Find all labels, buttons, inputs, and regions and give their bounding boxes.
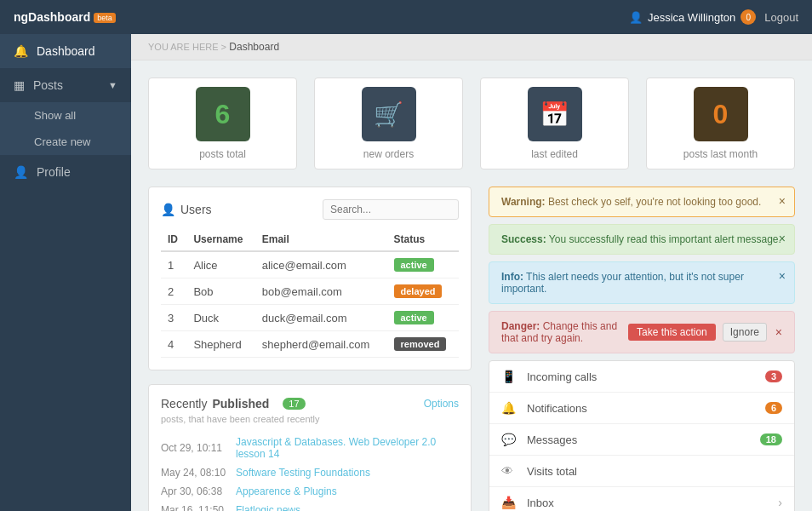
stat-icon-lastmonth: 0	[694, 87, 748, 141]
col-status: Status	[387, 228, 460, 251]
status-badge: active	[394, 258, 434, 272]
brand-logo: ngDashboardbeta	[14, 10, 116, 24]
table-row: 3 Duck duck@email.com active	[161, 305, 459, 331]
notif-badge: 6	[765, 402, 782, 414]
notification-item[interactable]: 📱 Incoming calls 3	[489, 361, 794, 393]
cell-email: bob@email.com	[255, 278, 387, 305]
sidebar-submenu-posts: Show all Create new	[0, 102, 131, 155]
posts-icon: ▦	[14, 78, 25, 92]
col-email: Email	[255, 228, 387, 251]
sidebar-item-posts[interactable]: ▦ Posts ▼	[0, 68, 131, 102]
bottom-area: 👤 Users ID Username Email Status	[131, 187, 812, 511]
stat-icon-orders: 🛒	[362, 87, 416, 141]
publish-link[interactable]: Appearence & Plugins	[236, 485, 337, 497]
cell-status: active	[387, 305, 460, 331]
notification-item[interactable]: 👁 Visits total	[489, 456, 794, 487]
list-item: Oct 29, 10:11Javascript & Databases. Web…	[161, 433, 459, 463]
cell-id: 2	[161, 278, 186, 305]
sidebar-item-label: Profile	[37, 165, 71, 179]
topbar: ngDashboardbeta 👤 Jessica Willington 0 L…	[0, 0, 812, 34]
alert-danger-close[interactable]: ×	[775, 325, 782, 339]
users-title: 👤 Users	[161, 203, 212, 216]
notif-icon: 👁	[501, 464, 518, 478]
notification-item[interactable]: 📥 Inbox ›	[489, 487, 794, 511]
user-icon: 👤	[629, 11, 643, 24]
chevron-down-icon: ▼	[108, 80, 117, 90]
stat-card-edited: 📅 last edited	[480, 78, 629, 169]
alert-info: Info: This alert needs your attention, b…	[489, 261, 795, 304]
breadcrumb: YOU ARE HERE > Dashboard	[131, 34, 812, 60]
published-list: Oct 29, 10:11Javascript & Databases. Web…	[161, 433, 459, 511]
sidebar-item-label: Posts	[33, 78, 63, 92]
publish-date: May 24, 08:10	[161, 467, 229, 479]
alert-warning-close[interactable]: ×	[779, 194, 786, 208]
alert-warning-label: Warning:	[501, 196, 546, 208]
status-badge: removed	[394, 337, 447, 351]
ignore-button[interactable]: Ignore	[723, 323, 767, 342]
topbar-right: 👤 Jessica Willington 0 Logout	[629, 9, 798, 25]
users-card: 👤 Users ID Username Email Status	[148, 187, 472, 370]
users-table: ID Username Email Status 1 Alice alice@e…	[161, 228, 459, 358]
notif-badge: 18	[760, 433, 782, 445]
cell-email: duck@email.com	[255, 305, 387, 331]
topbar-badge: 0	[741, 9, 756, 25]
alert-success: Success: You successfully read this impo…	[489, 224, 795, 255]
sidebar-submenu-create-new[interactable]: Create new	[0, 129, 131, 155]
cell-status: removed	[387, 331, 460, 358]
publish-link[interactable]: Javascript & Databases. Web Developer 2.…	[236, 436, 459, 460]
take-action-button[interactable]: Take this action	[628, 324, 716, 341]
publish-date: Mar 16, 11:50	[161, 504, 229, 511]
cell-email: alice@email.com	[255, 251, 387, 278]
alert-danger: Danger: Change this and that and try aga…	[489, 311, 795, 353]
alert-info-close[interactable]: ×	[779, 269, 786, 283]
notif-icon: 📱	[501, 370, 518, 383]
right-panel: Warning: Best check yo self, you're not …	[489, 187, 795, 511]
alert-success-close[interactable]: ×	[779, 232, 786, 245]
sidebar-submenu-show-all[interactable]: Show all	[0, 102, 131, 129]
status-badge: active	[394, 311, 434, 324]
notif-badge: 3	[765, 370, 782, 382]
published-options[interactable]: Options	[424, 398, 459, 410]
cell-id: 4	[161, 331, 186, 358]
cell-status: active	[387, 251, 460, 278]
notif-label: Messages	[527, 433, 760, 446]
users-title-text: Users	[180, 203, 212, 216]
alert-info-label: Info:	[501, 271, 523, 283]
stat-card-posts: 6 posts total	[148, 78, 297, 169]
cell-id: 1	[161, 251, 186, 278]
sidebar: 🔔 Dashboard ▦ Posts ▼ Show all Create ne…	[0, 34, 131, 511]
status-badge: delayed	[394, 284, 443, 298]
topbar-username: Jessica Willington	[648, 11, 735, 24]
notification-item[interactable]: 💬 Messages 18	[489, 424, 794, 456]
sidebar-item-profile[interactable]: 👤 Profile	[0, 155, 131, 189]
col-id: ID	[161, 228, 186, 251]
publish-link[interactable]: Flatlogic news	[236, 504, 300, 511]
notif-icon: 📥	[501, 496, 518, 509]
stat-icon-edited: 📅	[528, 87, 582, 141]
notif-label: Incoming calls	[527, 370, 765, 383]
published-header: Recently Published 17 Options	[161, 397, 459, 411]
sidebar-item-dashboard[interactable]: 🔔 Dashboard	[0, 34, 131, 68]
stat-card-lastmonth: 0 posts last month	[646, 78, 795, 169]
table-row: 4 Shepherd shepherd@email.com removed	[161, 331, 459, 358]
cell-email: shepherd@email.com	[255, 331, 387, 358]
published-card: Recently Published 17 Options posts, tha…	[148, 384, 472, 511]
alert-success-label: Success:	[501, 233, 546, 245]
left-panel: 👤 Users ID Username Email Status	[148, 187, 472, 511]
col-username: Username	[186, 228, 254, 251]
stat-label-edited: last edited	[531, 148, 578, 160]
search-input[interactable]	[323, 199, 459, 220]
logout-button[interactable]: Logout	[764, 11, 798, 24]
notification-item[interactable]: 🔔 Notifications 6	[489, 393, 794, 424]
stat-label-lastmonth: posts last month	[683, 148, 758, 160]
notif-label: Notifications	[527, 402, 765, 415]
chevron-right-icon: ›	[778, 496, 782, 509]
list-item: May 24, 08:10Software Testing Foundation…	[161, 463, 459, 482]
sidebar-item-label: Dashboard	[37, 44, 95, 58]
bell-icon: 🔔	[14, 44, 28, 58]
alert-danger-label: Danger:	[501, 320, 540, 332]
publish-link[interactable]: Software Testing Foundations	[236, 467, 370, 479]
cell-status: delayed	[387, 278, 460, 305]
notifications-card: 📱 Incoming calls 3 🔔 Notifications 6 💬 M…	[489, 360, 795, 511]
list-item: Mar 16, 11:50Flatlogic news	[161, 501, 459, 511]
